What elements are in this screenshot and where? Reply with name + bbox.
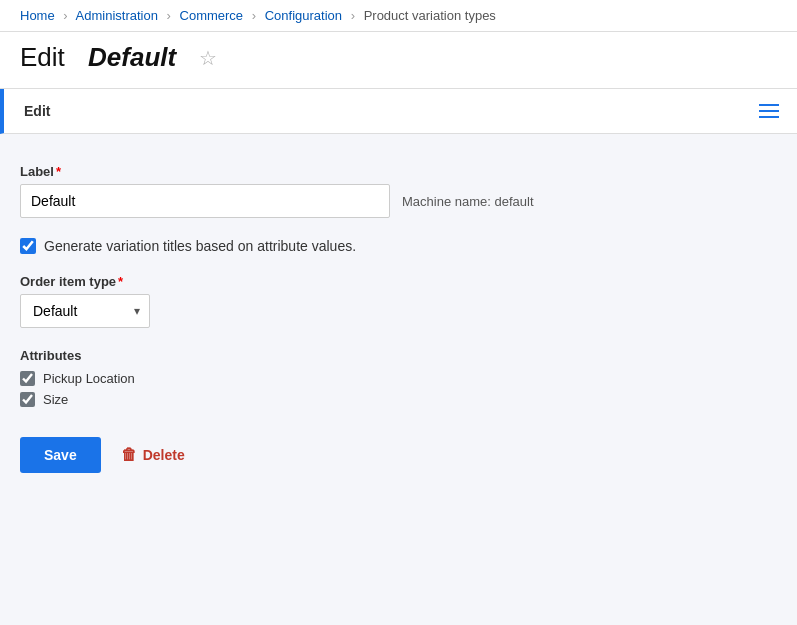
order-item-type-select[interactable]: Default	[20, 294, 150, 328]
generate-titles-label: Generate variation titles based on attri…	[44, 238, 356, 254]
delete-label: Delete	[143, 447, 185, 463]
machine-name-text: Machine name: default	[402, 194, 534, 209]
label-input[interactable]	[20, 184, 390, 218]
label-field-group: Label* Machine name: default	[20, 164, 777, 218]
breadcrumb-commerce[interactable]: Commerce	[180, 8, 244, 23]
generate-titles-row: Generate variation titles based on attri…	[20, 238, 777, 254]
title-italic: Default	[88, 42, 176, 73]
title-prefix: Edit	[20, 42, 65, 73]
attributes-section: Attributes Pickup Location Size	[20, 348, 777, 407]
attributes-label: Attributes	[20, 348, 777, 363]
attribute-pickup-checkbox[interactable]	[20, 371, 35, 386]
delete-icon: 🗑	[121, 446, 137, 464]
tabs-bar: Edit	[0, 89, 797, 134]
order-item-type-label: Order item type*	[20, 274, 777, 289]
attribute-size-label: Size	[43, 392, 68, 407]
breadcrumb-current: Product variation types	[364, 8, 496, 23]
attribute-size-checkbox[interactable]	[20, 392, 35, 407]
hamburger-line-3	[759, 116, 779, 118]
buttons-row: Save 🗑 Delete	[20, 437, 777, 473]
content-area: Label* Machine name: default Generate va…	[0, 134, 797, 584]
attribute-pickup-label: Pickup Location	[43, 371, 135, 386]
breadcrumb-administration[interactable]: Administration	[76, 8, 158, 23]
breadcrumb: Home › Administration › Commerce › Confi…	[0, 0, 797, 32]
tab-edit[interactable]: Edit	[14, 89, 60, 133]
page-title: Edit Default ☆	[20, 42, 777, 73]
required-star: *	[56, 164, 61, 179]
favorite-star-icon[interactable]: ☆	[199, 46, 217, 70]
attribute-pickup-location: Pickup Location	[20, 371, 777, 386]
order-item-type-select-wrapper: Default ▾	[20, 294, 150, 328]
order-item-required-star: *	[118, 274, 123, 289]
order-item-type-group: Order item type* Default ▾	[20, 274, 777, 328]
delete-button[interactable]: 🗑 Delete	[121, 446, 185, 464]
page-header: Edit Default ☆	[0, 32, 797, 89]
attribute-size: Size	[20, 392, 777, 407]
hamburger-line-1	[759, 104, 779, 106]
breadcrumb-configuration[interactable]: Configuration	[265, 8, 342, 23]
breadcrumb-home[interactable]: Home	[20, 8, 55, 23]
generate-titles-checkbox[interactable]	[20, 238, 36, 254]
hamburger-line-2	[759, 110, 779, 112]
hamburger-menu-button[interactable]	[751, 96, 787, 126]
label-field-label: Label*	[20, 164, 777, 179]
save-button[interactable]: Save	[20, 437, 101, 473]
label-input-row: Machine name: default	[20, 184, 777, 218]
